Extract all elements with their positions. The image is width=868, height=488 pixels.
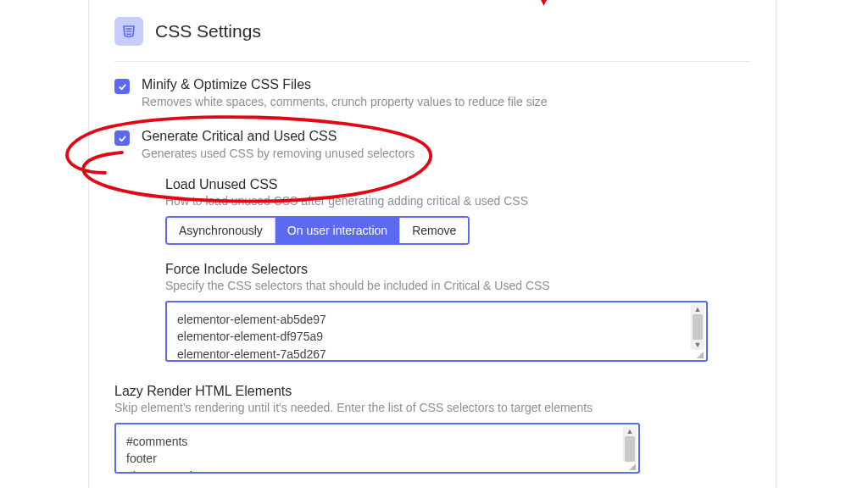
force-include-title: Force Include Selectors bbox=[165, 262, 750, 277]
load-unused-desc: How to load unused CSS after generating … bbox=[165, 194, 750, 208]
annotation-tick: ▾ bbox=[541, 0, 547, 8]
load-unused-btn-interaction[interactable]: On user interaction bbox=[275, 218, 399, 243]
option-critical: Generate Critical and Used CSS Generates… bbox=[114, 129, 750, 160]
option-minify-desc: Removes white spaces, comments, crunch p… bbox=[142, 95, 548, 108]
force-include-textarea[interactable]: elementor-element-ab5de97 elementor-elem… bbox=[165, 301, 708, 362]
force-include-desc: Specify the CSS selectors that should be… bbox=[165, 279, 750, 292]
load-unused-btn-remove[interactable]: Remove bbox=[399, 218, 468, 243]
scroll-thumb[interactable] bbox=[625, 436, 635, 462]
lazy-render-block: Lazy Render HTML Elements Skip element's… bbox=[114, 384, 750, 474]
css-settings-panel: ▾ CSS Settings Minify & Optimize CSS Fil… bbox=[88, 0, 776, 488]
textarea-scrollbar[interactable]: ▲ ▼ bbox=[623, 426, 637, 462]
section-header: CSS Settings bbox=[114, 17, 750, 62]
option-critical-desc: Generates used CSS by removing unused se… bbox=[142, 147, 415, 160]
scroll-thumb[interactable] bbox=[693, 314, 703, 340]
force-include-content[interactable]: elementor-element-ab5de97 elementor-elem… bbox=[167, 302, 706, 360]
scroll-up-icon[interactable]: ▲ bbox=[694, 304, 702, 314]
checkbox-minify[interactable] bbox=[114, 79, 130, 94]
scroll-up-icon[interactable]: ▲ bbox=[626, 426, 634, 436]
option-minify-title: Minify & Optimize CSS Files bbox=[142, 77, 548, 92]
option-minify: Minify & Optimize CSS Files Removes whit… bbox=[114, 77, 750, 108]
lazy-render-desc: Skip element's rendering until it's need… bbox=[114, 401, 750, 414]
checkbox-critical[interactable] bbox=[114, 130, 130, 146]
resize-handle[interactable] bbox=[694, 349, 704, 359]
lazy-render-textarea[interactable]: #comments footer elementor-element-c8 ▲ … bbox=[114, 423, 640, 474]
textarea-scrollbar[interactable]: ▲ ▼ bbox=[691, 304, 704, 350]
load-unused-buttons: Asynchronously On user interaction Remov… bbox=[165, 216, 470, 245]
lazy-render-content[interactable]: #comments footer elementor-element-c8 bbox=[116, 424, 638, 472]
css3-icon bbox=[114, 17, 143, 46]
load-unused-btn-async[interactable]: Asynchronously bbox=[167, 218, 275, 243]
section-title: CSS Settings bbox=[155, 21, 261, 42]
critical-sub-block: Load Unused CSS How to load unused CSS a… bbox=[165, 177, 750, 362]
load-unused-title: Load Unused CSS bbox=[165, 177, 750, 192]
lazy-render-title: Lazy Render HTML Elements bbox=[114, 384, 750, 399]
option-critical-title: Generate Critical and Used CSS bbox=[142, 129, 415, 144]
resize-handle[interactable] bbox=[626, 461, 637, 471]
